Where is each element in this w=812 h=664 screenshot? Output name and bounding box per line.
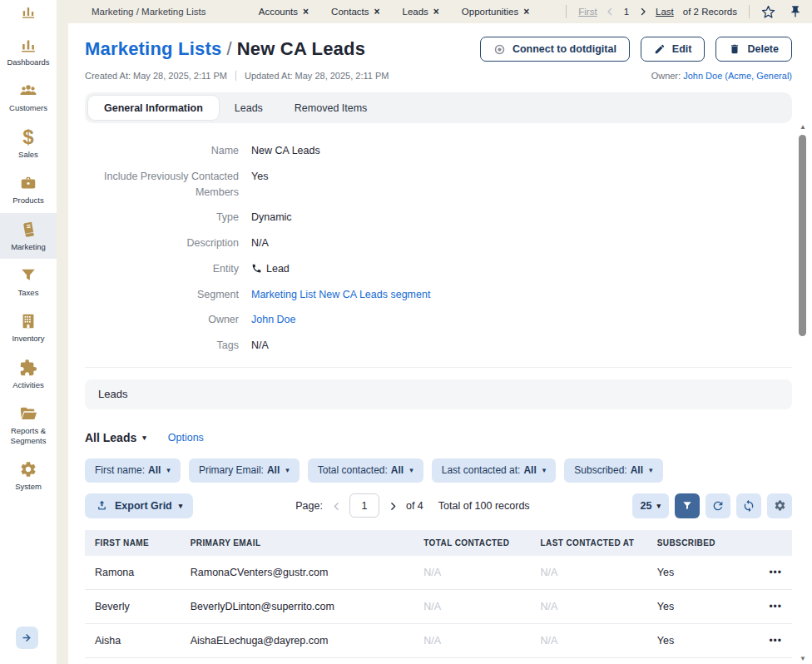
sidebar-item-label: Customers <box>9 103 47 112</box>
edit-button[interactable]: Edit <box>641 37 706 62</box>
sidebar-item-taxes[interactable]: Taxes <box>0 259 57 305</box>
pin-icon[interactable] <box>789 5 802 18</box>
export-icon <box>96 499 108 512</box>
record-title: New CA Leads <box>237 38 365 59</box>
scroll-up-arrow-icon[interactable]: ▲ <box>797 123 809 131</box>
grid-options-link[interactable]: Options <box>168 432 204 443</box>
page-size-dropdown[interactable]: 25 ▾ <box>632 493 669 518</box>
filter-total-contacted[interactable]: Total contacted: All ▾ <box>308 458 423 483</box>
pages-total: of 4 <box>406 500 423 512</box>
filter-subscribed[interactable]: Subscribed: All ▾ <box>564 458 662 483</box>
funnel-icon <box>19 266 37 285</box>
owner-link[interactable]: John Doe (Acme, General) <box>683 71 792 81</box>
sidebar-item-label: Dashboards <box>7 57 49 67</box>
marketing-lists-breadcrumb-link[interactable]: Marketing Lists <box>85 38 221 59</box>
field-name: Name New CA Leads <box>85 143 792 159</box>
cell-first-name: Beverly <box>85 589 181 623</box>
last-record-link[interactable]: Last <box>656 7 674 17</box>
column-header-last-contacted-at[interactable]: LAST CONTACTED AT <box>531 530 647 556</box>
dollar-icon: $ <box>22 128 33 146</box>
filters-toggle-button[interactable] <box>675 493 700 518</box>
sidebar-expand-button[interactable] <box>16 627 38 649</box>
row-actions-button[interactable]: ••• <box>746 623 792 657</box>
table-row: Beverly BeverlyDLinton@superrito.com N/A… <box>85 589 792 623</box>
row-actions-button[interactable]: ••• <box>746 589 792 623</box>
page-input[interactable] <box>349 493 379 518</box>
updated-at-text: Updated At: May 28, 2025, 2:11 PM <box>245 71 389 81</box>
tab-removed-items[interactable]: Removed Items <box>279 96 384 120</box>
grid-view-dropdown[interactable]: All Leads ▾ <box>85 431 146 444</box>
filter-last-contacted-at[interactable]: Last contacted at: All ▾ <box>432 458 557 483</box>
tab-general-information[interactable]: General Information <box>88 96 219 120</box>
column-header-primary-email[interactable]: PRIMARY EMAIL <box>181 530 414 556</box>
chevron-left-icon[interactable] <box>605 7 615 17</box>
chevron-down-icon: ▾ <box>649 466 653 474</box>
refresh-button[interactable] <box>706 493 730 518</box>
sidebar-item-system[interactable]: System <box>0 453 57 498</box>
app-logo[interactable] <box>0 0 57 23</box>
sidebar-item-sales[interactable]: $ Sales <box>0 121 57 166</box>
sidebar-item-dashboards[interactable]: Dashboards <box>0 28 57 74</box>
grid-pagination: Page: of 4 Total of 100 records <box>295 493 529 518</box>
sidebar-item-customers[interactable]: Customers <box>0 74 57 120</box>
owner-field-link[interactable]: John Doe <box>251 312 296 328</box>
column-header-actions <box>746 530 792 556</box>
record-tabs: General Information Leads Removed Items <box>85 92 792 123</box>
reset-button[interactable] <box>736 493 761 518</box>
field-description: Description N/A <box>85 235 792 251</box>
sidebar-item-label: System <box>15 482 42 491</box>
grid-settings-button[interactable] <box>767 493 792 518</box>
pinned-tab-accounts[interactable]: Accounts × <box>259 6 309 17</box>
close-icon[interactable]: × <box>303 6 309 17</box>
refresh-icon <box>711 499 725 513</box>
chevron-left-icon[interactable] <box>331 501 341 511</box>
pinned-tab-contacts[interactable]: Contacts × <box>331 6 379 17</box>
delete-button[interactable]: Delete <box>715 37 792 62</box>
sidebar-item-label: Taxes <box>18 288 39 297</box>
connect-to-dotdigital-button[interactable]: Connect to dotdigital <box>480 37 630 62</box>
segment-link[interactable]: Marketing List New CA Leads segment <box>251 287 430 303</box>
briefcase-icon <box>19 174 37 192</box>
sidebar-item-label: Activities <box>12 380 43 389</box>
section-divider <box>85 367 792 368</box>
column-header-subscribed[interactable]: SUBSCRIBED <box>647 530 746 556</box>
favorite-star-icon[interactable] <box>761 5 775 19</box>
export-grid-button[interactable]: Export Grid ▾ <box>85 493 193 518</box>
sidebar-item-activities[interactable]: Activities <box>0 351 57 397</box>
sidebar-item-marketing[interactable]: Marketing <box>0 213 57 259</box>
sidebar-item-reports-segments[interactable]: Reports & Segments <box>0 397 57 453</box>
first-record-link[interactable]: First <box>578 7 597 17</box>
chevron-right-icon[interactable] <box>638 7 648 17</box>
sidebar-item-inventory[interactable]: Inventory <box>0 305 57 350</box>
column-header-total-contacted[interactable]: TOTAL CONTACTED <box>413 530 530 556</box>
tab-leads[interactable]: Leads <box>219 96 279 120</box>
records-total: Total of 100 records <box>438 500 530 512</box>
cell-first-name: Aisha <box>85 623 181 657</box>
chevron-right-icon[interactable] <box>388 501 398 511</box>
pinned-tab-leads[interactable]: Leads × <box>403 6 439 17</box>
close-icon[interactable]: × <box>523 6 529 17</box>
grid-header-row: FIRST NAME PRIMARY EMAIL TOTAL CONTACTED… <box>85 530 792 556</box>
field-value: N/A <box>251 338 269 354</box>
filter-chips: First name: All ▾ Primary Email: All ▾ T… <box>85 458 792 483</box>
row-actions-button[interactable]: ••• <box>746 556 792 590</box>
filter-primary-email[interactable]: Primary Email: All ▾ <box>189 458 300 483</box>
scroll-down-arrow-icon[interactable]: ▼ <box>797 655 809 662</box>
table-row: Aisha AishaELechuga@dayrep.com N/A N/A Y… <box>85 623 792 657</box>
close-icon[interactable]: × <box>374 6 379 17</box>
field-label: Segment <box>85 287 239 303</box>
filter-label: Primary Email: <box>199 464 264 476</box>
grid-toolbar: Export Grid ▾ Page: of 4 Total of 100 re… <box>85 493 792 518</box>
filter-first-name[interactable]: First name: All ▾ <box>85 458 181 483</box>
filter-label: Total contacted: <box>318 464 388 476</box>
field-value: Dynamic <box>251 210 292 225</box>
puzzle-icon <box>19 359 37 377</box>
close-icon[interactable]: × <box>433 6 439 17</box>
pinned-tabs: Accounts × Contacts × Leads × Opportunit… <box>259 6 530 17</box>
filter-label: Last contacted at: <box>442 464 521 476</box>
scrollbar-thumb[interactable] <box>799 135 806 336</box>
pinned-tab-opportunities[interactable]: Opportunities × <box>462 6 529 17</box>
sidebar-item-products[interactable]: Products <box>0 166 57 212</box>
field-label: Type <box>85 210 239 225</box>
column-header-first-name[interactable]: FIRST NAME <box>85 530 181 556</box>
